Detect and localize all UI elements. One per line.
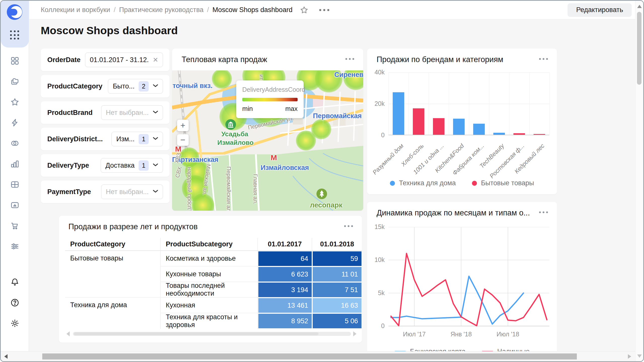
line-chart-menu-icon[interactable] [539,211,548,213]
legend-item[interactable]: Техника для дома [390,179,456,187]
breadcrumb: Коллекции и воркбуки/Практические руково… [41,6,293,14]
filter-control[interactable]: Нет выбран... [101,105,163,120]
filter-count-badge: 2 [139,81,149,92]
map-legend: DeliveryAddressCoord min max [236,80,304,118]
scroll-right-icon[interactable] [628,354,631,359]
table-value-cell[interactable]: 11 01 [312,266,362,282]
horizontal-scrollbar-thumb[interactable] [42,353,577,359]
bar-x-label: Ростовская ф... [488,142,526,180]
table-scroll-right-icon[interactable] [353,331,356,336]
sidebar-folder-image-icon[interactable] [10,200,20,210]
table-value-cell[interactable]: 13 461 [258,298,312,313]
gridline [529,72,530,135]
legend-item[interactable]: Наличные [482,348,530,351]
table-scrollbar[interactable] [73,332,351,336]
map-label: СВХ [174,166,183,178]
heatmap-card: Тепловая карта продаж [172,49,363,211]
bar-Фабрика ком...[interactable] [473,124,485,135]
legend-item[interactable]: Бытовые товары [472,179,534,187]
sidebar-bolt-icon[interactable] [10,118,20,127]
sidebar-circles-icon[interactable] [10,139,20,148]
filter-control[interactable]: Нет выбран... [101,185,163,199]
line-y-tick: 0 [367,322,385,330]
edit-button[interactable]: Редактировать [568,3,632,17]
vertical-scrollbar[interactable] [635,1,643,361]
sidebar-layout-icon[interactable] [10,180,20,189]
line-x-tick: Июл '17 [403,331,426,338]
pivot-table-menu-icon[interactable] [344,225,353,227]
legend-item[interactable]: Банковская карта [394,348,466,351]
breadcrumb-menu-icon[interactable] [319,9,329,11]
gridline [388,72,389,135]
bar-Ростовская ф...[interactable] [513,133,525,135]
table-category-cell: Техника для дома [65,298,161,329]
sidebar-bell-icon[interactable] [10,277,20,287]
clear-icon[interactable]: ✕ [153,56,158,64]
table-value-cell[interactable]: 8 952 [258,313,312,329]
table-value-cell[interactable]: 5 06 [312,313,362,329]
map-legend-title: DeliveryAddressCoord [242,86,298,93]
breadcrumb-separator: / [207,6,209,14]
bar-TechBeauty[interactable] [493,133,505,135]
map-legend-max: max [285,105,298,113]
gridline [469,72,469,135]
bar-1001 и одна ...[interactable] [433,118,445,135]
table-header-0: ProductCategory [65,238,161,251]
sidebar-cart-icon[interactable] [10,221,20,231]
favorite-star-icon[interactable] [300,6,309,15]
bar-Кедровый лес[interactable] [534,134,545,135]
vertical-scrollbar-thumb[interactable] [637,12,641,85]
sidebar-help-icon[interactable] [10,298,20,307]
table-scrollbar-thumb[interactable] [74,332,318,335]
line-x-tick: Июл '18 [497,331,519,338]
table-value: 59 [313,251,361,266]
heatmap-card-menu-icon[interactable] [345,58,354,60]
app-window: Коллекции и воркбуки/Практические руково… [0,0,644,362]
scroll-left-icon[interactable] [4,354,8,359]
table-value-cell[interactable]: 6 623 [258,266,312,282]
bar-Разумный дом[interactable] [393,92,404,135]
table-scroll-left-icon[interactable] [66,331,70,336]
table-value-cell[interactable]: 3 194 [258,282,312,298]
scroll-up-icon[interactable] [637,5,642,8]
breadcrumb-item[interactable]: Практические руководства [119,6,203,14]
table-subcategory-cell: Кухонные товары [161,266,258,282]
scroll-down-icon[interactable] [637,354,642,358]
horizontal-scrollbar[interactable] [1,351,635,361]
chevron-down-icon [153,110,158,115]
map-legend-min: min [242,105,253,113]
table-value-cell[interactable]: 16 63 [312,298,362,313]
breadcrumb-separator: / [114,6,116,14]
breadcrumb-item[interactable]: Moscow Shops dashboard [212,6,292,14]
line-x-tick: Янв '18 [451,331,472,338]
gridline [549,72,550,135]
filter-control[interactable]: Изм...1 [111,132,163,146]
bar-Хлеб-соль[interactable] [413,108,424,135]
gridline [429,72,429,135]
table-value-cell[interactable]: 7 51 [312,282,362,298]
map-label: Главная ал. [252,174,259,204]
map-canvas[interactable]: точный вкз.СиреневыйПервомайскаяПервомай… [172,70,363,211]
map-label: Первомайская [313,112,362,120]
filter-control[interactable]: 01.01.2017 - 31.12.2018✕ [85,53,163,67]
datalens-logo-icon[interactable] [7,4,22,20]
map-zoom-in-button[interactable]: + [177,120,189,131]
sidebar-star-icon[interactable] [10,97,20,107]
apps-menu-icon[interactable] [10,30,20,40]
table-value-cell[interactable]: 64 [258,251,312,266]
line-y-tick: 10k [367,256,385,263]
bar-chart-legend: Техника для домаБытовые товары [367,179,557,187]
sidebar-folders-icon[interactable] [10,77,20,86]
sidebar-chart-icon[interactable] [10,159,20,169]
sidebar-tune-icon[interactable] [10,242,20,251]
map-zoom-out-button[interactable]: − [177,134,189,146]
filter-control[interactable]: Доставка1 [101,158,163,173]
table-value-cell[interactable]: 59 [312,251,362,266]
legend-dot-icon [472,181,477,186]
sidebar-gear-icon[interactable] [10,319,20,328]
bar-chart-menu-icon[interactable] [539,58,548,60]
bar-Kitchen&Food[interactable] [453,119,465,135]
breadcrumb-item[interactable]: Коллекции и воркбуки [41,6,110,14]
sidebar-grid-icon[interactable] [10,56,20,66]
filter-control[interactable]: Быто...2 [108,79,163,94]
